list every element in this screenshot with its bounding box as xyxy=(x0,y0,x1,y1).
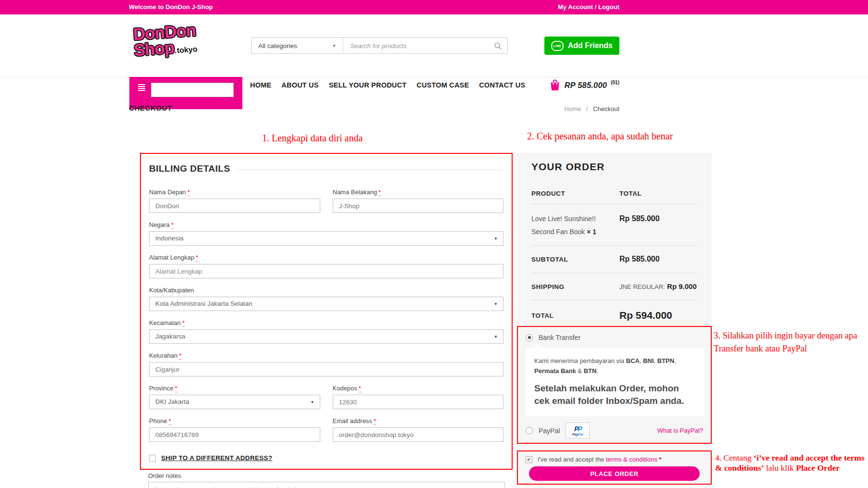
last-name-input[interactable] xyxy=(333,199,504,213)
nav-item-about-us[interactable]: ABOUT US xyxy=(281,81,318,89)
province-label: Province* xyxy=(149,385,320,392)
shop-logo[interactable]: DonDon Shop.tokyo xyxy=(128,22,202,59)
required-asterisk: * xyxy=(374,417,376,425)
terms-checkbox[interactable]: ✔ xyxy=(526,456,532,463)
add-friends-button[interactable]: LINE Add Friends xyxy=(544,37,619,55)
billing-details-header: BILLING DETAILS xyxy=(149,163,503,174)
annotation-step2: 2. Cek pesanan anda, apa sudah benar xyxy=(527,131,673,142)
paypal-option[interactable]: PayPal PP PayPal What is PayPal? xyxy=(526,423,703,438)
cart-widget[interactable]: RP 585.000 (01) xyxy=(549,79,619,91)
total-column-header: TOTAL xyxy=(619,190,642,197)
logo-line2: Shop.tokyo xyxy=(133,38,198,58)
shipping-row: SHIPPING JNE REGULAR: Rp 9.000 xyxy=(531,273,697,300)
total-label: TOTAL xyxy=(531,312,619,319)
district-label: Kecamatan* xyxy=(149,319,503,326)
paypal-logo: PP PayPal xyxy=(566,423,590,438)
first-name-input[interactable] xyxy=(149,199,320,213)
what-is-paypal-link[interactable]: What is PayPal? xyxy=(657,427,703,434)
address-input[interactable] xyxy=(149,264,503,278)
bank-transfer-radio[interactable] xyxy=(526,334,533,341)
first-name-label: Nama Depan* xyxy=(149,188,320,196)
district-select[interactable]: Jagakarsa▼ xyxy=(149,329,503,344)
all-categories-label: ALL CATEGORIES xyxy=(151,83,234,97)
search-bar: All categories ▼ xyxy=(251,38,508,54)
shipping-label: SHIPPING xyxy=(531,283,619,290)
required-asterisk: * xyxy=(359,385,361,392)
breadcrumb-separator: / xyxy=(586,105,588,113)
terms-text: I've read and accept the terms & conditi… xyxy=(538,456,662,463)
welcome-text: Welcome to DonDon J-Shop xyxy=(129,3,213,11)
nav-item-contact-us[interactable]: CONTACT US xyxy=(479,81,525,89)
order-notes-label: Order notes xyxy=(148,472,181,479)
bank-transfer-option[interactable]: Bank Transfer xyxy=(526,334,703,341)
order-item-row: Love Live! Sunshine!! Second Fan Book × … xyxy=(531,204,697,245)
terms-conditions-link[interactable]: terms & conditions xyxy=(606,456,657,463)
required-asterisk: * xyxy=(175,385,177,392)
required-asterisk: * xyxy=(659,456,662,463)
shipping-value: JNE REGULAR: Rp 9.000 xyxy=(619,282,697,291)
subtotal-label: SUBTOTAL xyxy=(531,256,619,263)
order-notes-textarea[interactable] xyxy=(148,482,505,488)
required-asterisk: * xyxy=(196,254,198,262)
ship-different-checkbox[interactable] xyxy=(149,455,156,462)
category-dropdown[interactable]: All categories ▼ xyxy=(252,42,343,50)
bank-transfer-note: Setelah melakukan Order, mohon cek email… xyxy=(534,382,695,407)
nav-item-custom-case[interactable]: CUSTOM CASE xyxy=(416,81,469,89)
bank-transfer-label: Bank Transfer xyxy=(539,334,580,341)
account-logout-link[interactable]: My Account / Logout xyxy=(558,3,619,11)
required-asterisk: * xyxy=(188,188,190,196)
line-icon: LINE xyxy=(551,41,564,51)
last-name-label: Nama Belakang* xyxy=(333,188,504,196)
bank-transfer-description: Kami menerima pembayaran via BCA, BNI, B… xyxy=(526,348,704,416)
order-item-qty: × 1 xyxy=(587,228,596,236)
address-label: Alamat Lengkap* xyxy=(149,254,503,261)
province-field-group: Province* DKI Jakarta▼ xyxy=(149,385,320,409)
country-select[interactable]: Indonesia▼ xyxy=(149,231,503,246)
subtotal-row: SUBTOTAL Rp 585.000 xyxy=(531,246,697,273)
subdistrict-label: Kelurahan* xyxy=(149,352,503,359)
ship-different-address-row[interactable]: SHIP TO A DIFFERENT ADDRESS? xyxy=(149,454,503,462)
cart-amount: RP 585.000 xyxy=(565,81,607,90)
address-field-group: Alamat Lengkap* xyxy=(149,254,503,278)
chevron-down-icon: ▼ xyxy=(494,330,498,344)
email-field-group: Email address* xyxy=(333,417,504,442)
nav-item-sell-your-product[interactable]: SELL YOUR PRODUCT xyxy=(329,81,407,89)
your-order-title: YOUR ORDER xyxy=(531,161,697,173)
search-button[interactable] xyxy=(488,38,507,53)
ship-different-label: SHIP TO A DIFFERENT ADDRESS? xyxy=(161,454,272,462)
billing-details-section: BILLING DETAILS Nama Depan* Nama Belakan… xyxy=(140,153,513,470)
postcode-field-group: Kodepos* xyxy=(333,385,504,409)
place-order-button[interactable]: PLACE ORDER xyxy=(529,466,700,481)
annotation-step1: 1. Lengkapi data diri anda xyxy=(262,133,363,144)
breadcrumb-home[interactable]: Home xyxy=(565,105,581,113)
paypal-radio[interactable] xyxy=(526,427,533,434)
nav-item-home[interactable]: HOME xyxy=(250,81,271,89)
order-table-header: PRODUCT TOTAL xyxy=(531,190,697,204)
search-input[interactable] xyxy=(343,38,488,53)
search-icon xyxy=(494,42,502,50)
phone-label: Phone* xyxy=(149,417,320,425)
payment-methods-section: Bank Transfer Kami menerima pembayaran v… xyxy=(517,326,712,444)
check-icon: ✔ xyxy=(527,457,531,462)
city-field-group: Kota/Kabupaten Kota Administrasi Jakarta… xyxy=(149,287,503,311)
terms-row: ✔ I've read and accept the terms & condi… xyxy=(526,456,703,463)
chevron-down-icon: ▼ xyxy=(494,297,498,311)
annotation-step3-line2: Transfer bank atau PayPal xyxy=(714,342,868,355)
city-select[interactable]: Kota Administrasi Jakarta Selatan▼ xyxy=(149,297,503,311)
cart-count: (01) xyxy=(611,80,619,85)
billing-details-title: BILLING DETAILS xyxy=(149,163,230,174)
required-asterisk: * xyxy=(179,352,181,360)
subdistrict-input[interactable] xyxy=(149,362,503,376)
order-item-name: Love Live! Sunshine!! Second Fan Book × … xyxy=(531,213,619,238)
required-asterisk: * xyxy=(169,417,171,425)
top-bar: Welcome to DonDon J-Shop My Account / Lo… xyxy=(0,0,868,14)
chevron-down-icon: ▼ xyxy=(311,395,314,409)
menu-icon xyxy=(138,84,145,91)
postcode-input[interactable] xyxy=(333,395,504,409)
page-title: CHECKOUT xyxy=(129,104,172,112)
phone-field-group: Phone* xyxy=(149,417,320,442)
district-field-group: Kecamatan* Jagakarsa▼ xyxy=(149,319,503,344)
phone-input[interactable] xyxy=(149,427,320,442)
email-input[interactable] xyxy=(333,427,504,442)
province-select[interactable]: DKI Jakarta▼ xyxy=(149,395,320,409)
